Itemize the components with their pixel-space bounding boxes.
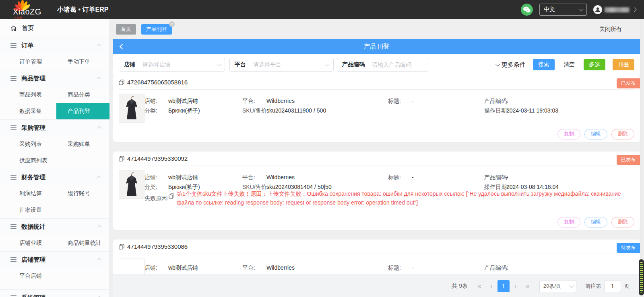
- sidebar-item-home[interactable]: 首页: [0, 19, 109, 37]
- sidebar-item-platform-shop[interactable]: 平台店铺: [0, 272, 56, 280]
- copy-icon[interactable]: [119, 156, 124, 162]
- platform-value: Wildberries: [266, 264, 295, 271]
- user-name-redacted: [605, 7, 630, 12]
- sidebar-item-product-list[interactable]: 商品列表: [0, 91, 56, 98]
- delete-action-button[interactable]: 删除: [611, 217, 634, 227]
- sidebar-item-bank-account[interactable]: 银行账号: [56, 185, 109, 202]
- copy-icon[interactable]: [119, 244, 124, 250]
- sidebar-item-product-publish-active[interactable]: 产品刊登: [56, 103, 109, 119]
- multi-select-button[interactable]: 多选: [584, 59, 605, 70]
- sidebar-group-finance[interactable]: 财务管理: [0, 169, 109, 185]
- edit-action-button[interactable]: 编辑: [584, 217, 607, 227]
- sidebar-item-sales-stats[interactable]: 商品销量统计: [56, 235, 109, 251]
- product-card: 472684756065058816 已发布 店铺:wb测试店铺 分类:Б: [113, 75, 640, 142]
- logo-text: XiaoZG: [13, 7, 41, 16]
- avatar: [593, 5, 602, 14]
- chevron-up-icon: [97, 176, 101, 180]
- product-id: 471444979395330092: [127, 155, 188, 162]
- page-title: 产品刊登: [364, 43, 390, 51]
- user-caret-icon: [632, 7, 636, 12]
- sidebar-group-purchase[interactable]: 采购管理: [0, 119, 109, 136]
- product-id: 472684756065058816: [127, 79, 188, 86]
- scrollbar-thumb[interactable]: [639, 259, 644, 295]
- sidebar: 首页 订单 订单管理 手动下单 商品管理 商品列表 商品分类 数据采集: [0, 19, 110, 297]
- sidebar-group-clipped[interactable]: 系统管理: [0, 289, 109, 297]
- shop-select[interactable]: 店铺 请选择店铺: [119, 58, 225, 72]
- main-content: 首页 产品刊登 × 关闭所有 产品刊登 店铺 请选择店铺: [110, 19, 644, 297]
- tab-bar: 首页 产品刊登 × 关闭所有: [110, 19, 644, 39]
- total-count: 共 9条: [452, 283, 468, 290]
- product-id: 471444979395330086: [127, 243, 188, 250]
- sidebar-item-exchange-rate[interactable]: 汇率设置: [0, 207, 56, 214]
- more-conditions-button[interactable]: 更多条件: [495, 61, 526, 69]
- product-image[interactable]: [119, 170, 144, 199]
- prev-page-button[interactable]: ‹: [485, 280, 497, 292]
- user-account[interactable]: [593, 5, 636, 14]
- sidebar-item-supplier-list[interactable]: 供应商列表: [0, 157, 56, 164]
- tab-product-publish[interactable]: 产品刊登 ×: [141, 24, 172, 35]
- copy-icon[interactable]: [169, 193, 174, 199]
- goto-page-label: 前往第: [585, 283, 601, 290]
- chevron-down-icon: [495, 62, 500, 66]
- sidebar-group-statistics[interactable]: 数据统计: [0, 218, 109, 235]
- page-title-bar: 产品刊登: [113, 39, 640, 54]
- tab-home[interactable]: 首页: [116, 24, 136, 35]
- operate-date-value: 2024-03-11 19:03:03: [506, 107, 558, 114]
- product-code-input[interactable]: [372, 61, 424, 68]
- product-code-field[interactable]: 产品编码: [337, 58, 428, 72]
- language-select[interactable]: 中文: [539, 4, 587, 16]
- logo-subtext: 小诸葛: [14, 16, 22, 20]
- search-button[interactable]: 搜索: [533, 59, 555, 70]
- app-root: XiaoZG 小诸葛 小诸葛 • 订单ERP 中文: [0, 0, 644, 297]
- goto-page-input[interactable]: [604, 280, 621, 292]
- chevron-down-icon: [217, 62, 221, 66]
- back-icon[interactable]: [120, 44, 125, 49]
- first-page-button[interactable]: «: [473, 280, 485, 292]
- page-size-select[interactable]: 20条/页: [539, 280, 576, 292]
- sidebar-item-data-collect[interactable]: 数据采集: [0, 108, 56, 115]
- delete-action-button[interactable]: 删除: [611, 129, 634, 139]
- pagination-bar: 共 9条 « ‹ 1 › » 20条/页 前往第 页: [113, 274, 640, 297]
- chevron-down-icon: [569, 283, 574, 287]
- wechat-icon[interactable]: [521, 4, 533, 16]
- sidebar-row: 采购列表 采购账单: [0, 136, 109, 152]
- sidebar-item-product-category[interactable]: 商品分类: [56, 86, 109, 103]
- close-all-button[interactable]: 关闭所有: [599, 26, 622, 33]
- chevron-up-icon: [97, 77, 101, 81]
- sidebar-row: 汇率设置: [0, 202, 109, 218]
- chevron-up-icon: [97, 44, 101, 48]
- home-icon: [10, 25, 17, 31]
- clear-button[interactable]: 清空: [562, 59, 576, 70]
- menu-icon: [10, 76, 17, 81]
- edit-action-button[interactable]: 编辑: [584, 129, 607, 139]
- platform-select[interactable]: 平台 请选择平台: [229, 58, 334, 72]
- publish-button[interactable]: 刊登: [613, 59, 634, 70]
- sidebar-group-orders[interactable]: 订单: [0, 37, 109, 53]
- sidebar-item-profit-settle[interactable]: 利润结算: [0, 190, 56, 197]
- status-badge: 待发布: [617, 243, 640, 253]
- sidebar-item-order-manage[interactable]: 订单管理: [0, 58, 56, 66]
- sidebar-item-purchase-bill[interactable]: 采购账单: [56, 136, 109, 152]
- sidebar-row: 供应商列表: [0, 152, 109, 169]
- product-image[interactable]: [119, 94, 144, 123]
- platform-value: Wildberries: [266, 174, 295, 180]
- current-page[interactable]: 1: [497, 280, 510, 292]
- product-image-empty[interactable]: [119, 258, 144, 274]
- sidebar-group-products[interactable]: 商品管理: [0, 70, 109, 86]
- language-value: 中文: [544, 6, 555, 13]
- sidebar-item-shop-performance[interactable]: 店铺业绩: [0, 240, 56, 247]
- last-page-button[interactable]: »: [522, 280, 534, 292]
- sidebar-item-purchase-list[interactable]: 采购列表: [0, 141, 56, 148]
- sidebar-row: 订单管理 手动下单: [0, 53, 109, 70]
- sidebar-group-shops[interactable]: 店铺管理: [0, 251, 109, 268]
- scrollbar-track[interactable]: [640, 19, 644, 297]
- next-page-button[interactable]: ›: [510, 280, 522, 292]
- close-icon[interactable]: ×: [169, 21, 175, 27]
- sidebar-item-manual-order[interactable]: 手动下单: [56, 53, 109, 70]
- sidebar-row: 利润结算 银行账号: [0, 185, 109, 202]
- failure-reason: 第1个变体sku文件上传失败！原因：上传文件失败：Ошибка сохранен…: [177, 189, 633, 207]
- copy-action-button[interactable]: 复制: [557, 217, 580, 227]
- product-card: 471444979395330086 待发布 店铺:wb测试店铺 平台:Wild…: [113, 240, 640, 274]
- copy-icon[interactable]: [119, 80, 124, 85]
- copy-action-button[interactable]: 复制: [557, 129, 580, 139]
